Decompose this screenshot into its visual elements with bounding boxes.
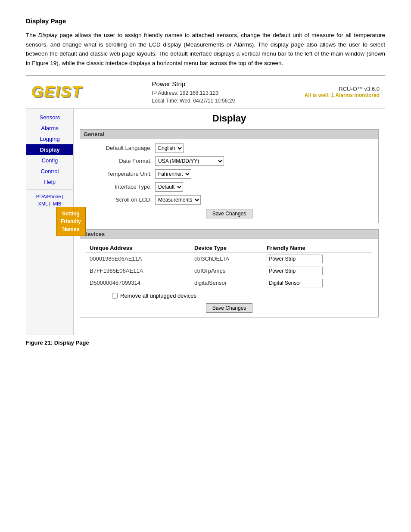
devices-save-button[interactable]: Save Changes — [206, 303, 253, 313]
friendly-name-input-2[interactable] — [267, 267, 323, 275]
time-label: Local Time: — [152, 98, 178, 104]
friendly-3-cell — [263, 277, 372, 289]
sidebar-item-display[interactable]: Display — [26, 144, 73, 155]
sidebar-footer: PDA/Phone | XML | MIB — [26, 191, 73, 210]
table-row: 00001985E06AE11A ctrl3ChDELTA — [86, 252, 372, 265]
devices-table: Unique Address Device Type Friendly Name… — [86, 243, 372, 289]
sidebar-item-logging[interactable]: Logging — [26, 134, 73, 144]
status-text: All is well: 1 Alarms monitored — [305, 92, 380, 98]
logo: GEIST — [31, 83, 82, 101]
type-1: ctrl3ChDELTA — [191, 252, 263, 265]
mib-link[interactable]: MIB — [53, 201, 62, 206]
ui-header: GEIST Power Strip IP Address: 192.168.12… — [26, 76, 385, 109]
type-2: ctrlGrpAmps — [191, 265, 263, 277]
col-friendly-name: Friendly Name — [263, 243, 372, 253]
general-section-header: General — [80, 130, 378, 139]
table-row: D500000487099314 digitalSensor — [86, 277, 372, 289]
temp-unit-label: Temperature Unit: — [86, 171, 155, 177]
main-content: Display General Default Language: Englis… — [74, 109, 385, 335]
sidebar-item-sensors[interactable]: Sensors — [26, 112, 73, 123]
sidebar-item-control[interactable]: Control — [26, 166, 73, 177]
devices-section: Devices Unique Address Device Type Frien… — [80, 229, 379, 317]
language-select[interactable]: English — [155, 143, 184, 153]
time-info: Local Time: Wed, 04/27/11 10:56:29 — [152, 97, 235, 105]
general-save-row: Save Changes — [86, 209, 372, 218]
ip-info: IP Address: 192.168.123.123 — [152, 89, 235, 97]
version-text: RCU-O™ v3.6.0 — [305, 86, 380, 92]
type-3: digitalSensor — [191, 277, 263, 289]
col-unique-address: Unique Address — [86, 243, 191, 253]
sidebar: Sensors Alarms Logging Display Config Co… — [26, 109, 74, 335]
ip-label: IP Address: — [152, 90, 178, 96]
header-right: RCU-O™ v3.6.0 All is well: 1 Alarms moni… — [305, 86, 380, 98]
friendly-1-cell — [263, 252, 372, 265]
figure-caption: Figure 21: Display Page — [26, 339, 385, 346]
language-label: Default Language: — [86, 145, 155, 151]
remove-unplugged-checkbox[interactable] — [112, 293, 118, 299]
time-value: Wed, 04/27/11 10:56:29 — [180, 98, 235, 104]
address-3: D500000487099314 — [86, 277, 191, 289]
language-row: Default Language: English — [86, 143, 372, 153]
friendly-name-input-1[interactable] — [267, 255, 323, 263]
date-format-label: Date Format: — [86, 158, 155, 164]
devices-section-header: Devices — [80, 230, 378, 239]
devices-section-wrapper: Devices Unique Address Device Type Frien… — [80, 229, 379, 330]
scroll-lcd-select[interactable]: Measurements Alarms — [155, 195, 201, 205]
devices-section-body: Unique Address Device Type Friendly Name… — [80, 239, 378, 317]
general-save-button[interactable]: Save Changes — [206, 209, 253, 218]
temp-unit-select[interactable]: Fahrenheit Celsius — [155, 169, 191, 179]
address-2: B7FF1985E06AE11A — [86, 265, 191, 277]
ui-body: Sensors Alarms Logging Display Config Co… — [26, 109, 385, 335]
table-row: B7FF1985E06AE11A ctrlGrpAmps — [86, 265, 372, 277]
header-center: Power Strip IP Address: 192.168.123.123 … — [152, 79, 235, 105]
pdaphone-link[interactable]: PDA/Phone — [36, 194, 61, 199]
sidebar-divider — [26, 189, 73, 190]
date-format-select[interactable]: USA (MM/DD/YY) — [155, 156, 224, 166]
sidebar-item-config[interactable]: Config — [26, 155, 73, 166]
sidebar-item-alarms[interactable]: Alarms — [26, 123, 73, 134]
scroll-lcd-row: Scroll on LCD: Measurements Alarms — [86, 195, 372, 205]
description: The Display page allows the user to assi… — [26, 31, 385, 68]
remove-unplugged-row: Remove all unplugged devices — [86, 292, 372, 299]
date-format-row: Date Format: USA (MM/DD/YY) — [86, 156, 372, 166]
xml-link[interactable]: XML — [38, 201, 48, 206]
scroll-lcd-label: Scroll on LCD: — [86, 196, 155, 203]
ui-frame: GEIST Power Strip IP Address: 192.168.12… — [26, 75, 385, 335]
interface-type-row: Interface Type: Default Classic — [86, 182, 372, 192]
address-1: 00001985E06AE11A — [86, 252, 191, 265]
interface-type-select[interactable]: Default Classic — [155, 182, 183, 192]
general-section: General Default Language: English Date F… — [80, 129, 379, 223]
general-section-body: Default Language: English Date Format: U… — [80, 139, 378, 223]
devices-table-header-row: Unique Address Device Type Friendly Name — [86, 243, 372, 253]
ip-value: 192.168.123.123 — [180, 90, 218, 96]
sidebar-item-help[interactable]: Help — [26, 177, 73, 187]
col-device-type: Device Type — [191, 243, 263, 253]
device-name: Power Strip — [152, 79, 235, 89]
display-page-heading: Display — [80, 113, 379, 124]
temp-unit-row: Temperature Unit: Fahrenheit Celsius — [86, 169, 372, 179]
page-title: Display Page — [26, 17, 385, 25]
remove-unplugged-label: Remove all unplugged devices — [120, 292, 196, 299]
devices-save-row: Save Changes — [86, 303, 372, 313]
interface-type-label: Interface Type: — [86, 184, 155, 190]
friendly-name-input-3[interactable] — [267, 279, 323, 287]
friendly-2-cell — [263, 265, 372, 277]
